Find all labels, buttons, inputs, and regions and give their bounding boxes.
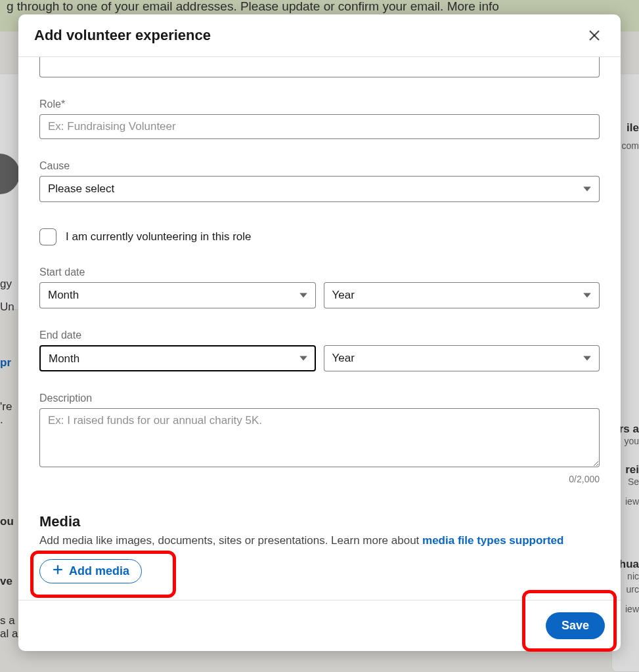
description-char-counter: 0/2,000 <box>39 474 600 484</box>
cause-select[interactable]: Please select <box>39 176 600 202</box>
bg-fragment: ile <box>627 121 639 135</box>
bg-fragment: rs a <box>619 423 639 436</box>
organization-input-partial[interactable] <box>39 57 600 77</box>
bg-fragment: com <box>622 140 639 151</box>
start-month-select[interactable]: Month <box>39 282 316 308</box>
bg-fragment: ve <box>0 575 12 588</box>
bg-fragment: Un <box>0 301 14 314</box>
bg-fragment: gy <box>0 278 12 291</box>
end-date-label: End date <box>39 329 600 341</box>
bg-fragment: al a <box>0 627 18 640</box>
modal-footer: Save <box>18 600 621 651</box>
modal-body: Role* Cause Please select I am currently… <box>18 57 621 600</box>
start-year-select[interactable]: Year <box>324 282 600 308</box>
media-description: Add media like images, documents, sites … <box>39 534 600 547</box>
save-button[interactable]: Save <box>546 612 605 639</box>
bg-fragment: iew <box>625 496 639 507</box>
banner-text: g through to one of your email addresses… <box>7 0 499 13</box>
bg-fragment: ou <box>0 515 14 528</box>
bg-fragment: rei <box>625 463 639 476</box>
bg-fragment: hua <box>619 558 639 571</box>
start-date-label: Start date <box>39 266 600 278</box>
currently-volunteering-checkbox[interactable] <box>39 228 56 245</box>
add-media-label: Add media <box>69 564 129 578</box>
bg-fragment: iew <box>625 604 639 614</box>
role-label: Role* <box>39 98 600 110</box>
bg-fragment: Se <box>628 476 639 487</box>
end-month-select[interactable]: Month <box>39 345 316 371</box>
media-types-link[interactable]: media file types supported <box>422 534 563 547</box>
add-media-button[interactable]: Add media <box>39 559 142 583</box>
add-volunteer-modal: Add volunteer experience Role* Cause Ple… <box>18 14 621 651</box>
currently-volunteering-label: I am currently volunteering in this role <box>66 230 252 243</box>
close-button[interactable] <box>584 25 605 46</box>
cause-label: Cause <box>39 160 600 172</box>
description-textarea[interactable] <box>39 408 600 467</box>
media-heading: Media <box>39 513 600 530</box>
modal-title: Add volunteer experience <box>34 27 211 44</box>
bg-fragment: nic <box>627 571 639 581</box>
bg-fragment: . <box>0 413 3 427</box>
bg-fragment: pr <box>0 356 11 369</box>
bg-fragment: you <box>624 436 639 446</box>
modal-header: Add volunteer experience <box>18 14 621 57</box>
bg-fragment: 're <box>0 400 12 413</box>
plus-icon <box>52 564 64 579</box>
media-description-text: Add media like images, documents, sites … <box>39 534 422 547</box>
role-input[interactable] <box>39 114 600 139</box>
end-year-select[interactable]: Year <box>324 345 600 371</box>
description-label: Description <box>39 392 600 404</box>
bg-fragment: s a <box>0 614 15 627</box>
close-icon <box>586 28 602 43</box>
bg-fragment: urc <box>627 584 639 595</box>
